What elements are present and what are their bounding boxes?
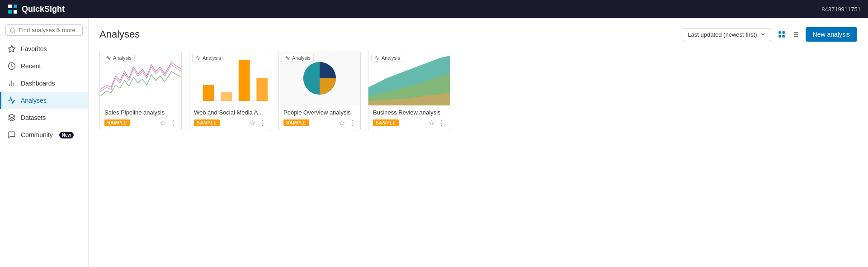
favorite-star-icon[interactable]: ☆ bbox=[339, 119, 345, 127]
brand-logo[interactable]: QuickSight bbox=[7, 4, 65, 14]
card-footer: SAMPLE ☆ ⋮ bbox=[194, 119, 266, 127]
card-name: Business Review analysis bbox=[373, 109, 445, 116]
more-options-icon[interactable]: ⋮ bbox=[349, 119, 356, 127]
sidebar-item-community[interactable]: Community New bbox=[0, 126, 88, 143]
clock-icon bbox=[7, 62, 16, 71]
card-thumbnail: Analysis bbox=[189, 51, 271, 105]
card-body: Sales Pipeline analysis SAMPLE ☆ ⋮ bbox=[100, 105, 181, 130]
analysis-card-web-social[interactable]: Analysis Web and Social Media Anal. bbox=[189, 51, 271, 130]
account-id: 843719911751 bbox=[821, 6, 861, 13]
sidebar-item-recent-label: Recent bbox=[21, 62, 41, 70]
card-name: People Overview analysis bbox=[283, 109, 356, 116]
svg-rect-3 bbox=[14, 10, 17, 14]
line-chart-icon bbox=[7, 96, 16, 105]
quicksight-logo-icon bbox=[7, 4, 18, 14]
sidebar: Favorites Recent Dashboards Analyses Dat bbox=[0, 18, 89, 267]
svg-rect-25 bbox=[203, 85, 214, 101]
svg-rect-0 bbox=[8, 5, 12, 8]
svg-rect-26 bbox=[221, 92, 232, 101]
svg-marker-6 bbox=[9, 46, 15, 52]
card-thumbnail: Analysis bbox=[100, 51, 181, 105]
analysis-badge: Analysis bbox=[192, 54, 224, 62]
grid-icon bbox=[778, 30, 786, 38]
grid-view-button[interactable] bbox=[776, 29, 788, 40]
sort-dropdown[interactable]: Last updated (newest first) bbox=[683, 28, 771, 41]
card-actions: ☆ ⋮ bbox=[249, 119, 266, 127]
analysis-card-business-review[interactable]: Analysis Business Review analysis bbox=[368, 51, 450, 130]
chat-icon bbox=[7, 130, 16, 139]
sidebar-item-analyses[interactable]: Analyses bbox=[0, 92, 88, 109]
card-actions: ☆ ⋮ bbox=[339, 119, 356, 127]
sidebar-item-favorites-label: Favorites bbox=[21, 45, 47, 52]
page-title: Analyses bbox=[99, 29, 140, 40]
card-body: Web and Social Media Anal... SAMPLE ☆ ⋮ bbox=[189, 105, 271, 130]
sample-badge: SAMPLE bbox=[194, 119, 220, 126]
pie-chart bbox=[299, 58, 340, 99]
svg-point-4 bbox=[10, 28, 14, 32]
sidebar-item-dashboards[interactable]: Dashboards bbox=[0, 75, 88, 92]
card-footer: SAMPLE ☆ ⋮ bbox=[283, 119, 356, 127]
svg-rect-15 bbox=[782, 35, 784, 38]
analysis-badge: Analysis bbox=[282, 54, 314, 62]
view-toggle bbox=[776, 29, 801, 40]
sort-label: Last updated (newest first) bbox=[688, 31, 757, 38]
search-input[interactable] bbox=[19, 27, 79, 33]
card-footer: SAMPLE ☆ ⋮ bbox=[373, 119, 445, 127]
header-controls: Last updated (newest first) New analysis bbox=[683, 27, 857, 42]
sidebar-item-favorites[interactable]: Favorites bbox=[0, 40, 88, 57]
svg-line-5 bbox=[14, 31, 15, 33]
favorite-star-icon[interactable]: ☆ bbox=[249, 119, 255, 127]
favorite-star-icon[interactable]: ☆ bbox=[160, 119, 166, 127]
card-actions: ☆ ⋮ bbox=[160, 119, 177, 127]
analyses-grid: Analysis Sales Pipeline analysis SAMPLE bbox=[99, 51, 857, 130]
svg-rect-12 bbox=[778, 31, 781, 33]
svg-rect-28 bbox=[256, 78, 268, 101]
sidebar-item-datasets[interactable]: Datasets bbox=[0, 109, 88, 126]
card-body: People Overview analysis SAMPLE ☆ ⋮ bbox=[279, 105, 360, 130]
sample-badge: SAMPLE bbox=[104, 119, 130, 126]
more-options-icon[interactable]: ⋮ bbox=[259, 119, 266, 127]
search-icon bbox=[9, 27, 16, 33]
card-name: Sales Pipeline analysis bbox=[104, 109, 177, 116]
sidebar-item-community-label: Community bbox=[21, 131, 53, 138]
card-actions: ☆ ⋮ bbox=[428, 119, 445, 127]
card-thumbnail: Analysis bbox=[279, 51, 360, 105]
sidebar-item-analyses-label: Analyses bbox=[21, 97, 47, 104]
main-content: Analyses Last updated (newest first) New… bbox=[89, 18, 868, 267]
list-view-button[interactable] bbox=[789, 29, 801, 40]
analysis-badge: Analysis bbox=[371, 54, 403, 62]
svg-rect-27 bbox=[239, 60, 250, 101]
analysis-card-people-overview[interactable]: Analysis bbox=[278, 51, 361, 130]
svg-rect-14 bbox=[778, 35, 781, 38]
analysis-card-sales-pipeline[interactable]: Analysis Sales Pipeline analysis SAMPLE bbox=[99, 51, 182, 130]
sidebar-item-datasets-label: Datasets bbox=[21, 114, 46, 121]
card-footer: SAMPLE ☆ ⋮ bbox=[104, 119, 177, 127]
sample-badge: SAMPLE bbox=[373, 119, 399, 126]
sidebar-item-dashboards-label: Dashboards bbox=[21, 80, 55, 87]
layers-icon bbox=[7, 113, 16, 122]
topbar: QuickSight 843719911751 bbox=[0, 0, 868, 18]
chevron-down-icon bbox=[760, 31, 766, 38]
favorite-star-icon[interactable]: ☆ bbox=[428, 119, 434, 127]
analysis-badge: Analysis bbox=[103, 54, 135, 62]
main-layout: Favorites Recent Dashboards Analyses Dat bbox=[0, 18, 868, 267]
sample-badge: SAMPLE bbox=[283, 119, 309, 126]
community-new-badge: New bbox=[59, 132, 74, 138]
svg-marker-11 bbox=[9, 114, 15, 118]
svg-rect-1 bbox=[14, 5, 17, 8]
list-icon bbox=[791, 30, 799, 38]
search-box[interactable] bbox=[5, 24, 83, 36]
card-body: Business Review analysis SAMPLE ☆ ⋮ bbox=[368, 105, 450, 130]
new-analysis-button[interactable]: New analysis bbox=[806, 27, 857, 42]
more-options-icon[interactable]: ⋮ bbox=[170, 119, 177, 127]
brand-name: QuickSight bbox=[22, 5, 65, 14]
svg-rect-13 bbox=[782, 31, 784, 33]
bar-chart-icon bbox=[7, 79, 16, 88]
more-options-icon[interactable]: ⋮ bbox=[438, 119, 445, 127]
sidebar-item-recent[interactable]: Recent bbox=[0, 57, 88, 75]
star-icon bbox=[7, 44, 16, 53]
main-header: Analyses Last updated (newest first) New… bbox=[99, 27, 857, 42]
card-name: Web and Social Media Anal... bbox=[194, 109, 266, 116]
svg-rect-2 bbox=[8, 10, 12, 14]
card-thumbnail: Analysis bbox=[368, 51, 450, 105]
